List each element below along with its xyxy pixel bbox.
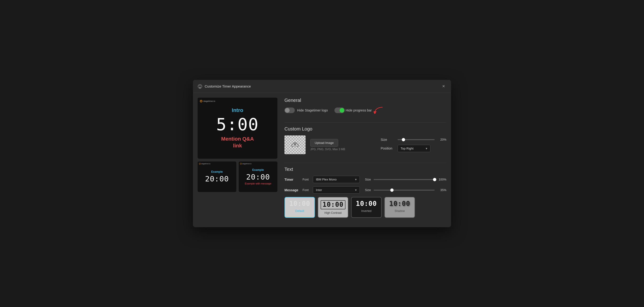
message-font-value: Inter — [316, 188, 322, 192]
toggle-knob-progress — [340, 108, 344, 113]
divider-2 — [284, 163, 446, 163]
theme-default-timer: 10:00 — [289, 200, 310, 208]
svg-point-3 — [200, 86, 201, 86]
small-timer-1: 20:00 — [205, 174, 229, 183]
timer-type-label: Timer — [284, 178, 300, 182]
timer-font-dropdown[interactable]: IBM Plex Mono ▾ — [313, 176, 360, 183]
theme-card-inverted[interactable]: 10:00 Inverted — [351, 197, 382, 218]
hide-progress-toggle-item: Hide progress bar — [334, 107, 383, 114]
upload-hint: JPG, PNG, SVG, Max 3 MB — [310, 148, 345, 151]
small-logo-2: stagetimer.io — [240, 163, 252, 164]
logo-position-value: Top Right — [400, 147, 414, 150]
timer-font-chevron-icon: ▾ — [355, 178, 357, 181]
modal-title: Customize Timer Appearance — [205, 84, 251, 88]
message-size-label: Size — [365, 188, 371, 192]
logo-position-label: Position — [381, 146, 395, 150]
logo-size-row: Size 20% — [381, 138, 446, 142]
upload-cloud-icon — [291, 141, 299, 148]
theme-inverted-timer: 10:00 — [356, 200, 377, 208]
preview-logo-text: stagetimer.io — [203, 100, 215, 102]
small-preview-1: stagetimer.io Example 20:00 — [198, 162, 236, 192]
close-button[interactable]: × — [441, 83, 446, 90]
main-preview: stagetimer.io Intro 5:00 Mention Q&Alink — [198, 98, 278, 159]
small-title-2: Example — [252, 168, 264, 172]
timer-text-row: Timer Font IBM Plex Mono ▾ Size 100% — [284, 176, 446, 183]
small-timer-2: 20:00 — [246, 172, 270, 182]
palette-icon — [198, 84, 202, 89]
theme-inverted-label: Inverted — [361, 209, 371, 213]
theme-row: 10:00 Default 10:00 High Contrast 10:00 … — [284, 197, 446, 218]
hide-progress-toggle[interactable] — [334, 108, 345, 113]
logo-upload-area — [284, 136, 306, 154]
logo-section: Custom Logo Upload Image JPG, PNG, SVG, … — [284, 126, 446, 154]
logo-controls: Size 20% Position Top Right ▾ — [381, 138, 446, 152]
small-preview-row: stagetimer.io Example 20:00 stagetimer.i… — [198, 162, 278, 192]
logo-circle-icon — [200, 100, 202, 102]
logo-size-value: 20% — [438, 138, 446, 141]
logo-size-slider[interactable] — [398, 139, 435, 140]
logo-position-row: Position Top Right ▾ — [381, 145, 446, 152]
svg-point-1 — [199, 86, 200, 86]
theme-high-contrast-label: High Contrast — [324, 211, 342, 214]
logo-title: Custom Logo — [284, 126, 446, 132]
message-font-dropdown[interactable]: Inter ▾ — [313, 186, 360, 194]
preview-timer: 5:00 — [216, 115, 259, 134]
message-text-row: Message Font Inter ▾ Size 35% — [284, 186, 446, 194]
theme-shadow-label: Shadow — [394, 209, 404, 213]
general-title: General — [284, 98, 446, 103]
timer-size-slider[interactable] — [374, 179, 435, 180]
svg-point-2 — [200, 85, 200, 86]
red-arrow-icon — [374, 107, 383, 114]
small-logo-circle-1 — [199, 163, 201, 164]
preview-logo: stagetimer.io — [200, 100, 215, 102]
timer-size-label: Size — [365, 178, 371, 181]
small-logo-1: stagetimer.io — [199, 163, 210, 164]
hide-logo-toggle-item: Hide Stagetimer logo — [284, 108, 328, 113]
small-preview-2: stagetimer.io Example 20:00 Example with… — [239, 162, 278, 192]
message-font-chevron-icon: ▾ — [355, 188, 357, 192]
timer-font-label: Font — [302, 178, 310, 181]
timer-font-value: IBM Plex Mono — [316, 178, 336, 181]
preview-title: Intro — [232, 107, 244, 113]
message-font-label: Font — [302, 188, 310, 192]
hide-logo-toggle[interactable] — [284, 108, 295, 113]
customize-modal: Customize Timer Appearance × stagetimer.… — [193, 80, 451, 227]
logo-size-label: Size — [381, 138, 395, 142]
message-type-label: Message — [284, 188, 300, 192]
right-panel: General Hide Stagetimer logo H — [284, 98, 446, 222]
small-title-1: Example — [211, 170, 223, 174]
theme-card-shadow[interactable]: 10:00 Shadow — [384, 197, 415, 218]
timer-size-value: 100% — [438, 178, 446, 181]
timer-size-knob — [433, 178, 436, 181]
upload-controls: Upload Image JPG, PNG, SVG, Max 3 MB — [310, 139, 345, 151]
small-logo-circle-2 — [240, 163, 242, 164]
left-panel: stagetimer.io Intro 5:00 Mention Q&Alink… — [198, 98, 278, 222]
modal-body: stagetimer.io Intro 5:00 Mention Q&Alink… — [193, 93, 451, 227]
small-message-2: Example with message — [245, 182, 271, 185]
message-size-slider[interactable] — [374, 190, 435, 190]
theme-shadow-timer: 10:00 — [389, 200, 410, 208]
hide-progress-label: Hide progress bar — [346, 108, 372, 112]
logo-position-dropdown[interactable]: Top Right ▾ — [398, 145, 430, 152]
text-section: Text Timer Font IBM Plex Mono ▾ Size 100… — [284, 167, 446, 218]
logo-size-knob — [402, 138, 405, 141]
toggle-knob-logo — [285, 108, 290, 113]
theme-default-label: Default — [295, 209, 304, 213]
theme-card-default[interactable]: 10:00 Default — [284, 197, 315, 218]
message-size-value: 35% — [438, 188, 446, 192]
theme-card-high-contrast[interactable]: 10:00 High Contrast — [318, 197, 348, 218]
modal-header: Customize Timer Appearance × — [193, 80, 451, 93]
small-logo-text-1: stagetimer.io — [201, 163, 210, 164]
modal-title-area: Customize Timer Appearance — [198, 84, 251, 89]
text-title: Text — [284, 167, 446, 172]
general-section: General Hide Stagetimer logo H — [284, 98, 446, 114]
preview-message: Mention Q&Alink — [221, 136, 254, 149]
theme-high-contrast-timer: 10:00 — [320, 200, 345, 209]
message-size-knob — [390, 188, 394, 192]
hide-logo-label: Hide Stagetimer logo — [297, 108, 328, 112]
divider-1 — [284, 122, 446, 122]
small-logo-text-2: stagetimer.io — [242, 163, 252, 164]
upload-image-button[interactable]: Upload Image — [310, 139, 338, 147]
logo-row: Upload Image JPG, PNG, SVG, Max 3 MB Siz… — [284, 136, 446, 154]
chevron-down-icon: ▾ — [426, 147, 428, 150]
